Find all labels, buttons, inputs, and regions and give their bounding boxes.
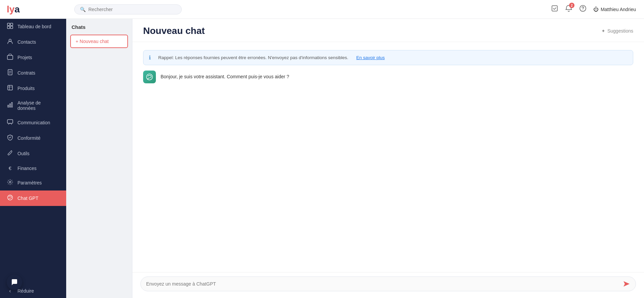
info-banner: ℹ Rappel: Les réponses fournies peuvent …	[143, 50, 633, 65]
sidebar-item-label: Conformité	[17, 135, 40, 141]
sidebar-item-label: Produits	[17, 86, 35, 91]
gpt-avatar	[143, 71, 156, 83]
user-name: Matthieu Andrieu	[601, 7, 636, 12]
chat-body: ℹ Rappel: Les réponses fournies peuvent …	[132, 42, 644, 272]
dashboard-icon	[7, 23, 13, 30]
help-icon[interactable]	[579, 5, 587, 14]
finances-icon: €	[7, 165, 13, 171]
analyse-icon	[7, 102, 13, 109]
sidebar-item-label: Chat GPT	[17, 196, 38, 201]
sidebar-item-parametres[interactable]: Paramètres	[0, 175, 66, 190]
projets-icon	[7, 54, 13, 61]
sidebar-item-conformite[interactable]: Conformité	[0, 130, 66, 146]
chat-bubble-button[interactable]	[7, 274, 22, 290]
power-icon: ⏻	[593, 6, 599, 12]
svg-point-2	[583, 10, 583, 10]
sidebar-item-label: Paramètres	[17, 180, 42, 185]
sidebar-item-communication[interactable]: Communication	[0, 115, 66, 130]
suggestions-label: Suggestions	[607, 28, 633, 34]
sidebar-item-finances[interactable]: € Finances	[0, 161, 66, 175]
communication-icon	[7, 119, 13, 126]
chat-header: Nouveau chat ✦ Suggestions	[132, 19, 644, 42]
contrats-icon	[7, 69, 13, 77]
tasks-icon[interactable]	[551, 5, 558, 14]
chat-list-header: Chats	[66, 19, 132, 33]
notification-bell-icon[interactable]: 2	[565, 5, 572, 14]
sidebar-item-label: Tableau de bord	[17, 24, 51, 29]
svg-point-17	[146, 74, 153, 80]
parametres-icon	[7, 179, 13, 186]
assistant-message: Bonjour, je suis votre assistant. Commen…	[143, 71, 633, 83]
sidebar: Tableau de bord Contacts Projets	[0, 19, 66, 298]
sidebar-item-label: Contrats	[17, 70, 35, 76]
svg-point-15	[9, 181, 11, 183]
sidebar-item-label: Finances	[17, 166, 37, 171]
search-icon: 🔍	[80, 7, 86, 12]
svg-rect-3	[7, 23, 10, 26]
page-title: Nouveau chat	[143, 26, 205, 36]
suggestions-button[interactable]: ✦ Suggestions	[601, 28, 633, 34]
sidebar-item-label: Analyse de données	[17, 100, 59, 111]
svg-rect-12	[10, 104, 11, 107]
sidebar-item-label: Communication	[17, 120, 50, 125]
sidebar-item-label: Outils	[17, 151, 30, 156]
chat-input[interactable]	[146, 281, 619, 287]
sidebar-item-chat-gpt[interactable]: Chat GPT	[0, 190, 66, 206]
svg-rect-13	[11, 102, 12, 107]
conformite-icon	[7, 134, 13, 142]
sidebar-item-projets[interactable]: Projets	[0, 50, 66, 65]
learn-more-link[interactable]: En savoir plus	[356, 55, 385, 60]
sidebar-item-produits[interactable]: Produits	[0, 81, 66, 96]
svg-rect-0	[552, 6, 557, 11]
sidebar-item-label: Projets	[17, 55, 32, 60]
chat-list-panel: Chats + Nouveau chat	[66, 19, 132, 298]
svg-rect-11	[8, 105, 9, 107]
chat-input-box	[140, 276, 636, 291]
chat-input-area	[132, 272, 644, 298]
info-banner-text: Rappel: Les réponses fournies peuvent êt…	[158, 55, 348, 60]
produits-icon	[7, 85, 13, 92]
info-icon: ℹ	[149, 54, 155, 61]
svg-rect-5	[7, 26, 10, 29]
sidebar-item-contacts[interactable]: Contacts	[0, 34, 66, 50]
svg-point-16	[8, 195, 13, 200]
sidebar-reduce-label: Réduire	[17, 288, 34, 294]
app-logo: lya	[7, 4, 20, 15]
send-button[interactable]	[623, 280, 630, 288]
chat-gpt-icon	[7, 195, 13, 202]
sidebar-item-analyse-de-donnees[interactable]: Analyse de données	[0, 96, 66, 115]
notification-count: 2	[569, 3, 574, 8]
svg-rect-8	[7, 55, 13, 59]
search-box: 🔍	[74, 4, 182, 14]
sidebar-item-label: Contacts	[17, 39, 36, 45]
svg-rect-4	[10, 23, 13, 26]
new-chat-button[interactable]: + Nouveau chat	[70, 35, 128, 48]
outils-icon	[7, 150, 13, 157]
contacts-icon	[7, 38, 13, 46]
suggestions-icon: ✦	[601, 28, 605, 34]
assistant-greeting: Bonjour, je suis votre assistant. Commen…	[161, 71, 289, 80]
sidebar-item-tableau-de-bord[interactable]: Tableau de bord	[0, 19, 66, 34]
search-input[interactable]	[88, 7, 176, 12]
svg-rect-14	[7, 120, 13, 123]
svg-rect-10	[8, 85, 12, 90]
sidebar-item-outils[interactable]: Outils	[0, 146, 66, 161]
svg-rect-6	[10, 26, 13, 29]
user-menu[interactable]: ⏻ Matthieu Andrieu	[593, 6, 636, 12]
sidebar-item-contrats[interactable]: Contrats	[0, 65, 66, 81]
chat-main: Nouveau chat ✦ Suggestions ℹ Rappel: Les…	[132, 19, 644, 298]
